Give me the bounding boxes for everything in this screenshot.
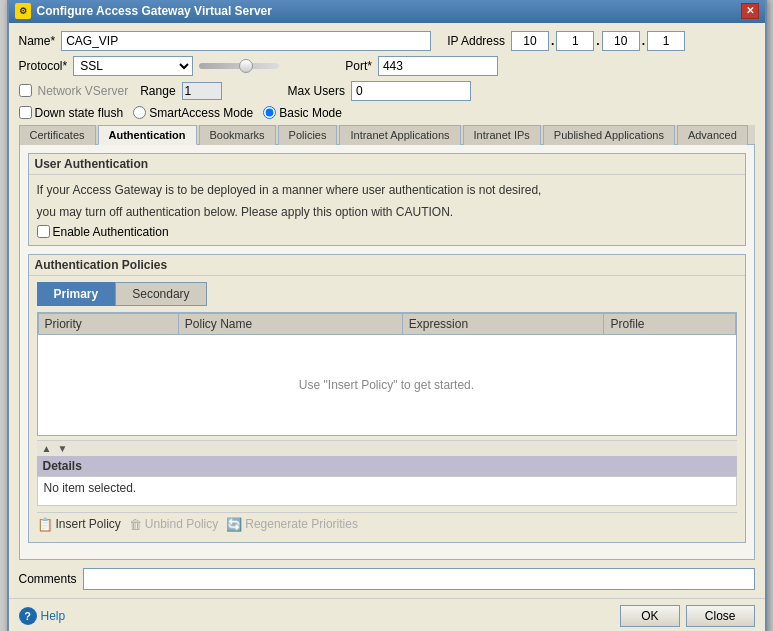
user-auth-section: User Authentication If your Access Gatew… [28, 153, 746, 246]
down-state-flush-checkbox-label: Down state flush [19, 106, 124, 120]
regenerate-priorities-label: Regenerate Priorities [245, 517, 358, 531]
insert-policy-link[interactable]: 📋 Insert Policy [37, 517, 121, 532]
user-auth-section-body: If your Access Gateway is to be deployed… [29, 175, 745, 245]
policy-table-body: Use "Insert Policy" to get started. [38, 335, 736, 435]
ip-part-1[interactable] [511, 31, 549, 51]
window-title: Configure Access Gateway Virtual Server [37, 4, 272, 18]
basic-mode-radio-label: Basic Mode [263, 106, 342, 120]
table-hint: Use "Insert Policy" to get started. [299, 378, 474, 392]
unbind-policy-label: Unbind Policy [145, 517, 218, 531]
col-expression: Expression [402, 313, 604, 334]
ip-part-3[interactable] [602, 31, 640, 51]
policy-table-header: Priority Policy Name Expression Profile [38, 313, 735, 334]
name-input[interactable] [61, 31, 431, 51]
tab-intranet-ips[interactable]: Intranet IPs [463, 125, 541, 145]
ok-close-buttons: OK Close [620, 605, 755, 627]
action-bar: 📋 Insert Policy 🗑 Unbind Policy 🔄 Regene… [37, 512, 737, 536]
ip-dot-1: . [551, 34, 554, 48]
auth-policies-title: Authentication Policies [29, 255, 745, 276]
details-header: Details [37, 456, 737, 476]
range-input[interactable] [182, 82, 222, 100]
regenerate-priorities-icon: 🔄 [226, 517, 242, 532]
slider-track[interactable] [199, 63, 279, 69]
ip-part-2[interactable] [556, 31, 594, 51]
user-auth-text1: If your Access Gateway is to be deployed… [37, 181, 737, 199]
main-content: Name* IP Address . . . Protocol* SSL TCP… [9, 23, 765, 598]
slider-thumb [239, 59, 253, 73]
tab-policies[interactable]: Policies [278, 125, 338, 145]
ip-address-label: IP Address [447, 34, 505, 48]
comments-label: Comments [19, 572, 77, 586]
policy-table-header-row: Priority Policy Name Expression Profile [38, 313, 735, 334]
regenerate-priorities-link[interactable]: 🔄 Regenerate Priorities [226, 517, 358, 532]
policy-table: Priority Policy Name Expression Profile [38, 313, 736, 335]
sub-tab-primary[interactable]: Primary [37, 282, 116, 306]
title-bar-left: ⚙ Configure Access Gateway Virtual Serve… [15, 3, 272, 19]
tab-authentication[interactable]: Authentication [98, 125, 197, 145]
policy-table-wrapper: Priority Policy Name Expression Profile … [37, 312, 737, 436]
ip-address-row: . . . [511, 31, 685, 51]
scroll-up-icon[interactable]: ▲ [39, 443, 55, 454]
window-icon: ⚙ [15, 3, 31, 19]
ip-dot-3: . [642, 34, 645, 48]
tab-certificates[interactable]: Certificates [19, 125, 96, 145]
scroll-down-icon[interactable]: ▼ [54, 443, 70, 454]
window-close-button[interactable]: ✕ [741, 3, 759, 19]
name-ip-row: Name* IP Address . . . [19, 31, 755, 51]
protocol-label: Protocol* [19, 59, 68, 73]
help-link[interactable]: ? Help [19, 607, 66, 625]
enable-auth-checkbox[interactable] [37, 225, 50, 238]
name-label: Name* [19, 34, 56, 48]
unbind-policy-link[interactable]: 🗑 Unbind Policy [129, 517, 218, 532]
insert-policy-label: Insert Policy [56, 517, 121, 531]
network-vserver-checkbox[interactable] [19, 84, 32, 97]
auth-policies-body: Primary Secondary Priority Policy Name [29, 276, 745, 542]
close-button[interactable]: Close [686, 605, 755, 627]
col-policy-name: Policy Name [178, 313, 402, 334]
bottom-bar: ? Help OK Close [9, 598, 765, 632]
tab-advanced[interactable]: Advanced [677, 125, 748, 145]
basic-mode-radio[interactable] [263, 106, 276, 119]
tab-intranet-applications[interactable]: Intranet Applications [339, 125, 460, 145]
main-window: ⚙ Configure Access Gateway Virtual Serve… [7, 0, 767, 631]
col-profile: Profile [604, 313, 735, 334]
user-auth-section-title: User Authentication [29, 154, 745, 175]
details-body: No item selected. [37, 476, 737, 506]
smart-access-label: SmartAccess Mode [149, 106, 253, 120]
details-text: No item selected. [44, 481, 137, 495]
tab-bookmarks[interactable]: Bookmarks [199, 125, 276, 145]
tab-published-applications[interactable]: Published Applications [543, 125, 675, 145]
ok-button[interactable]: OK [620, 605, 680, 627]
scroll-arrows: ▲ ▼ [37, 440, 737, 456]
max-users-label: Max Users [288, 84, 345, 98]
enable-auth-label: Enable Authentication [37, 225, 737, 239]
smart-access-radio-label: SmartAccess Mode [133, 106, 253, 120]
down-state-flush-checkbox[interactable] [19, 106, 32, 119]
tab-bar: Certificates Authentication Bookmarks Po… [19, 125, 755, 145]
user-auth-text2: you may turn off authentication below. P… [37, 203, 737, 221]
protocol-select[interactable]: SSL TCP HTTP [73, 56, 193, 76]
help-icon: ? [19, 607, 37, 625]
protocol-port-row: Protocol* SSL TCP HTTP Port* [19, 56, 755, 76]
network-maxusers-row: Network VServer Range Max Users [19, 81, 755, 101]
smart-access-radio[interactable] [133, 106, 146, 119]
ip-part-4[interactable] [647, 31, 685, 51]
max-users-input[interactable] [351, 81, 471, 101]
port-label: Port* [345, 59, 372, 73]
mode-checkboxes-row: Down state flush SmartAccess Mode Basic … [19, 106, 755, 120]
sub-tab-secondary[interactable]: Secondary [115, 282, 206, 306]
help-label: Help [41, 609, 66, 623]
basic-mode-label: Basic Mode [279, 106, 342, 120]
auth-policies-section: Authentication Policies Primary Secondar… [28, 254, 746, 543]
ip-dot-2: . [596, 34, 599, 48]
col-priority: Priority [38, 313, 178, 334]
enable-auth-text: Enable Authentication [53, 225, 169, 239]
title-bar: ⚙ Configure Access Gateway Virtual Serve… [9, 0, 765, 23]
comments-input[interactable] [83, 568, 755, 590]
network-vserver-label: Network VServer [38, 84, 129, 98]
sub-tabs: Primary Secondary [37, 282, 737, 306]
range-label: Range [140, 84, 175, 98]
unbind-policy-icon: 🗑 [129, 517, 142, 532]
insert-policy-icon: 📋 [37, 517, 53, 532]
port-input[interactable] [378, 56, 498, 76]
